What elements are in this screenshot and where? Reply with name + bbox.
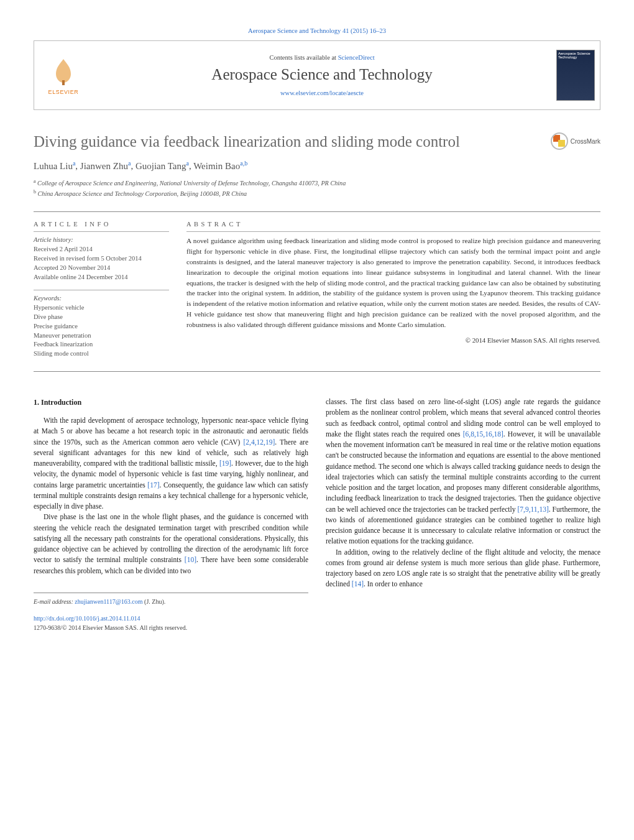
article-history: Article history: Received 2 April 2014 R… — [34, 236, 169, 282]
author-1: Luhua Liu — [34, 161, 73, 171]
abstract-copyright: © 2014 Elsevier Masson SAS. All rights r… — [186, 336, 600, 344]
ref-14[interactable]: [14] — [352, 580, 364, 588]
keyword-3: Precise guidance — [34, 322, 169, 331]
ref-6-8-15-16-18[interactable]: [6,8,15,16,18] — [463, 430, 503, 438]
author-2-aff: a — [128, 160, 131, 167]
affiliation-b: b China Aerospace Science and Technology… — [34, 188, 600, 199]
aff-b-sup: b — [34, 189, 36, 195]
journal-header: ELSEVIER Contents lists available at Sci… — [34, 40, 600, 110]
abstract-text: A novel guidance algorithm using feedbac… — [186, 236, 600, 330]
svg-rect-1 — [62, 80, 65, 85]
body-column-right: classes. The first class based on zero l… — [326, 397, 600, 632]
header-center: Contents lists available at ScienceDirec… — [93, 41, 551, 109]
page-root: Aerospace Science and Technology 41 (201… — [0, 0, 634, 657]
crossmark-icon — [551, 132, 568, 150]
journal-homepage-link[interactable]: www.elsevier.com/locate/aescte — [280, 90, 364, 96]
ref-7-9-11-13[interactable]: [7,9,11,13] — [517, 505, 548, 513]
history-online: Available online 24 December 2014 — [34, 273, 169, 282]
crossmark-label: CrossMark — [571, 138, 600, 145]
abstract-head: abstract — [186, 221, 600, 228]
contents-prefix: Contents lists available at — [269, 54, 338, 61]
ref-17[interactable]: [17] — [147, 481, 159, 489]
author-1-aff: a — [73, 160, 75, 167]
publisher-logo-box: ELSEVIER — [34, 41, 93, 109]
ref-2-4-12-19[interactable]: [2,4,12,19] — [243, 438, 275, 446]
contents-available: Contents lists available at ScienceDirec… — [269, 54, 374, 61]
crossmark-badge[interactable]: CrossMark — [551, 132, 600, 150]
author-3-aff: a — [186, 160, 188, 167]
email-link[interactable]: zhujianwen1117@163.com — [75, 598, 142, 605]
article-info-head: article info — [34, 221, 169, 228]
para-2-cont: classes. The first class based on zero l… — [326, 397, 600, 547]
keywords-block: Keywords: Hypersonic vehicle Dive phase … — [34, 294, 169, 359]
para-3: In addition, owing to the relatively dec… — [326, 547, 600, 590]
divider-top — [34, 211, 600, 212]
author-list: Luhua Liua, Jianwen Zhua, Guojian Tanga,… — [34, 160, 600, 172]
cover-thumb-box: Aerospace Science Technology — [551, 41, 600, 109]
elsevier-tree-icon — [48, 55, 78, 88]
elsevier-text: ELSEVIER — [48, 89, 79, 95]
divider-bottom — [34, 371, 600, 372]
author-4: Weimin Bao — [193, 161, 240, 171]
history-received: Received 2 April 2014 — [34, 245, 169, 254]
elsevier-logo: ELSEVIER — [48, 55, 79, 95]
history-revised: Received in revised form 5 October 2014 — [34, 254, 169, 264]
ref-19[interactable]: [19] — [219, 459, 231, 467]
affiliation-list: a College of Aerospace Science and Engin… — [34, 178, 600, 199]
title-row: Diving guidance via feedback linearizati… — [34, 132, 600, 151]
corresponding-email: E-mail address: zhujianwen1117@163.com (… — [34, 597, 308, 606]
abstract-divider — [186, 231, 600, 232]
ref-10[interactable]: [10] — [185, 556, 196, 563]
section-1-head: 1. Introduction — [34, 397, 308, 408]
history-label: Article history: — [34, 236, 169, 245]
keywords-label: Keywords: — [34, 294, 169, 303]
doi-line: http://dx.doi.org/10.1016/j.ast.2014.11.… — [34, 614, 308, 623]
keyword-4: Maneuver penetration — [34, 331, 169, 341]
keyword-6: Sliding mode control — [34, 349, 169, 359]
para-1: With the rapid development of aerospace … — [34, 415, 308, 512]
p3-b: . In order to enhance — [364, 580, 423, 588]
journal-cover-thumbnail: Aerospace Science Technology — [556, 50, 595, 101]
info-abstract-row: article info Article history: Received 2… — [34, 221, 600, 359]
author-2: Jianwen Zhu — [80, 161, 128, 171]
history-accepted: Accepted 20 November 2014 — [34, 264, 169, 273]
p2c-b: . However, it will be unavailable when t… — [326, 430, 600, 513]
keyword-2: Dive phase — [34, 313, 169, 322]
doi-link[interactable]: http://dx.doi.org/10.1016/j.ast.2014.11.… — [34, 615, 140, 622]
footer-block: E-mail address: zhujianwen1117@163.com (… — [34, 593, 308, 632]
body-column-left: 1. Introduction With the rapid developme… — [34, 397, 308, 632]
sciencedirect-link[interactable]: ScienceDirect — [338, 54, 375, 61]
issn-copyright-line: 1270-9638/© 2014 Elsevier Masson SAS. Al… — [34, 623, 308, 632]
affiliation-a: a College of Aerospace Science and Engin… — [34, 178, 600, 188]
email-who: (J. Zhu). — [144, 598, 165, 605]
keyword-1: Hypersonic vehicle — [34, 303, 169, 313]
aff-a-sup: a — [34, 178, 36, 184]
info-divider-1 — [34, 231, 169, 232]
aff-a-text: College of Aerospace Science and Enginee… — [37, 180, 346, 187]
aff-b-text: China Aerospace Science and Technology C… — [38, 191, 247, 198]
author-3: Guojian Tang — [136, 161, 186, 171]
info-divider-2 — [34, 290, 169, 290]
journal-name: Aerospace Science and Technology — [211, 66, 432, 83]
keyword-5: Feedback linearization — [34, 340, 169, 349]
para-2: Dive phase is the last one in the whole … — [34, 512, 308, 576]
running-head: Aerospace Science and Technology 41 (201… — [34, 27, 600, 34]
body-columns: 1. Introduction With the rapid developme… — [34, 397, 600, 632]
paper-title: Diving guidance via feedback linearizati… — [34, 132, 551, 151]
email-label: E-mail address: — [34, 598, 73, 605]
abstract-column: abstract A novel guidance algorithm usin… — [186, 221, 600, 359]
author-4-aff: a,b — [240, 160, 247, 167]
article-info-column: article info Article history: Received 2… — [34, 221, 169, 359]
